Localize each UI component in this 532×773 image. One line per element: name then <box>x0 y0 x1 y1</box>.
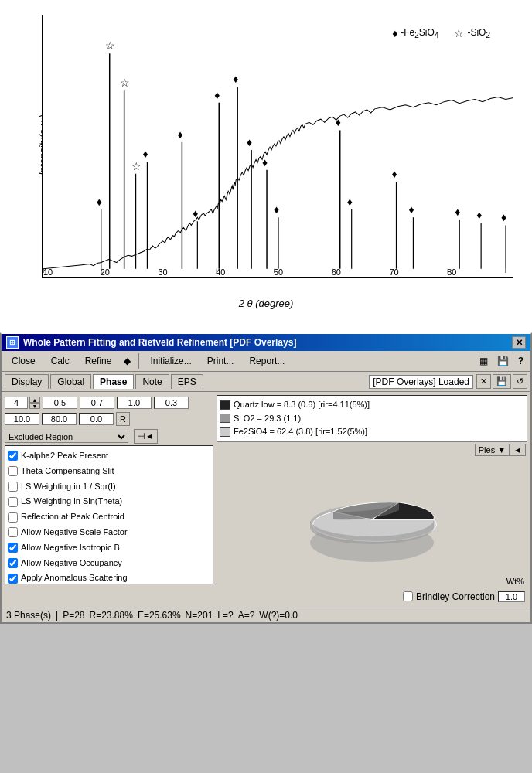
legend-quartz-text: Quartz low = 8.3 (0.6) [rir=4.11(5%)] <box>234 398 370 412</box>
svg-text:♦: ♦ <box>408 203 414 216</box>
svg-text:☆: ☆ <box>120 77 130 89</box>
checkbox-anomalous: Apply Anomalous Scattering <box>8 570 210 584</box>
checkbox-kalpha2: K-alpha2 Peak Present <box>8 448 210 464</box>
svg-text:♦: ♦ <box>455 206 460 218</box>
checkbox-theta-comp-input[interactable] <box>8 466 18 476</box>
legend-fe2sio4-text: Fe2SiO4 = 62.4 (3.8) [rir=1.52(5%)] <box>234 425 367 439</box>
status-a: A=? <box>238 610 255 621</box>
report-menu-button[interactable]: Report... <box>242 353 292 369</box>
num-input-3[interactable] <box>117 397 152 409</box>
num-input-4[interactable] <box>154 397 189 409</box>
checkbox-neg-scale-input[interactable] <box>8 527 18 537</box>
spinner-down[interactable]: ▼ <box>29 403 40 409</box>
legend-row-quartz: Quartz low = 8.3 (0.6) [rir=4.11(5%)] <box>220 398 524 412</box>
pdf-status-dropdown[interactable]: [PDF Overlays] Loaded <box>369 375 473 389</box>
svg-text:10: 10 <box>43 267 53 277</box>
tab-global[interactable]: Global <box>50 374 91 389</box>
checkbox-theta-comp: Theta Compensating Slit <box>8 464 210 479</box>
status-w: W(?)=0.0 <box>259 610 298 621</box>
svg-text:♦: ♦ <box>233 73 238 85</box>
brindley-checkbox[interactable] <box>403 591 413 601</box>
legend-fe2sio4-label: -Fe2SiO4 <box>401 27 438 39</box>
svg-text:♦: ♦ <box>336 116 341 128</box>
checkbox-theta-comp-label: Theta Compensating Slit <box>21 464 114 479</box>
svg-text:♦: ♦ <box>247 136 252 148</box>
checkbox-neg-iso-b-input[interactable] <box>8 543 18 553</box>
checkbox-list: K-alpha2 Peak Present Theta Compensating… <box>5 445 213 584</box>
num-input-2[interactable] <box>80 397 114 409</box>
print-menu-button[interactable]: Print... <box>200 353 241 369</box>
checkbox-neg-iso-b-label: Allow Negative Isotropic B <box>21 540 120 556</box>
checkbox-ls-sin: LS Weighting in Sin(Theta) <box>8 494 210 509</box>
app-icon: ⊞ <box>6 336 19 349</box>
checkbox-kalpha2-input[interactable] <box>8 451 18 461</box>
checkbox-neg-scale-label: Allow Negative Scale Factor <box>21 525 128 540</box>
status-separator: | <box>56 610 58 621</box>
status-n: N=201 <box>186 610 213 621</box>
grid-icon-button[interactable]: ▦ <box>476 353 492 369</box>
nav-prev-button[interactable]: ⊣◄ <box>134 429 158 444</box>
svg-text:20: 20 <box>101 267 110 277</box>
legend-sio2: ☆ -SiO2 <box>454 27 490 39</box>
pie-chart-svg <box>298 465 445 566</box>
svg-text:☆: ☆ <box>131 160 142 172</box>
checkbox-kalpha2-label: K-alpha2 Peak Present <box>21 448 108 464</box>
help-icon-button[interactable]: ? <box>514 353 527 369</box>
num-input-1[interactable] <box>43 397 77 409</box>
checkbox-neg-iso-b: Allow Negative Isotropic B <box>8 540 210 556</box>
refine-menu-button[interactable]: Refine <box>78 353 119 369</box>
brindley-label: Brindley Correction <box>416 591 495 602</box>
dropdown-row: Excluded Region ⊣◄ <box>5 427 213 445</box>
spinner-up[interactable]: ▲ <box>29 397 40 403</box>
status-bar: 3 Phase(s) | P=28 R=23.88% E=25.63% N=20… <box>2 608 530 622</box>
brindley-input[interactable] <box>498 591 525 602</box>
r-button[interactable]: R <box>116 412 130 426</box>
arrow-right-button[interactable]: ◄ <box>510 444 526 456</box>
svg-text:♦: ♦ <box>177 128 182 141</box>
close-menu-button[interactable]: Close <box>5 353 43 369</box>
tabs-row: Display Global Phase Note EPS [PDF Overl… <box>2 372 530 392</box>
spinner-input[interactable] <box>5 397 28 409</box>
svg-text:♦: ♦ <box>501 211 506 223</box>
svg-text:80: 80 <box>447 267 456 277</box>
title-bar: ⊞ Whole Pattern Fitting and Rietveld Ref… <box>2 334 530 351</box>
pies-button[interactable]: Pies ▼ <box>475 444 510 456</box>
save-small-button[interactable]: 💾 <box>493 374 511 389</box>
svg-text:60: 60 <box>332 267 341 277</box>
checkbox-reflection-input[interactable] <box>8 512 18 523</box>
tab-display[interactable]: Display <box>5 374 49 389</box>
legend-quartz-color <box>220 400 230 410</box>
main-content: ▲ ▼ R Excluded Region <box>2 392 530 608</box>
svg-text:♦: ♦ <box>193 207 198 220</box>
tab-eps[interactable]: EPS <box>171 374 203 389</box>
calc-menu-button[interactable]: Calc <box>44 353 77 369</box>
tab-note[interactable]: Note <box>135 374 169 389</box>
xrd-chart-section: Intensity(a.u.) ♦ -Fe2SiO4 ☆ -SiO2 <box>0 0 532 332</box>
arrow-menu-button[interactable]: ◆ <box>120 353 135 369</box>
pies-row: Pies ▼ ◄ <box>217 442 527 458</box>
checkbox-ls-sqr-label: LS Weighting in 1 / Sqr(I) <box>21 479 116 495</box>
checkbox-ls-sqr-input[interactable] <box>8 482 18 492</box>
excluded-region-dropdown[interactable]: Excluded Region <box>5 431 128 443</box>
legend-fe2sio4-color <box>220 427 230 437</box>
initialize-menu-button[interactable]: Initialize... <box>143 353 198 369</box>
checkbox-ls-sin-input[interactable] <box>8 497 18 507</box>
save-icon-button[interactable]: 💾 <box>493 353 513 369</box>
range-row: R <box>5 410 213 427</box>
refresh-button[interactable]: ↺ <box>513 374 527 389</box>
close-window-button[interactable]: ✕ <box>512 336 526 349</box>
checkbox-anomalous-input[interactable] <box>8 574 18 584</box>
svg-text:♦: ♦ <box>392 168 397 180</box>
close-x-button[interactable]: ✕ <box>476 374 491 389</box>
range-extra-input[interactable] <box>79 413 114 425</box>
svg-text:30: 30 <box>159 267 168 277</box>
range-end-input[interactable] <box>42 413 77 425</box>
chart-legend: ♦ -Fe2SiO4 ☆ -SiO2 <box>392 27 490 39</box>
checkbox-ls-sqr: LS Weighting in 1 / Sqr(I) <box>8 479 210 495</box>
range-start-input[interactable] <box>5 413 39 425</box>
tab-phase[interactable]: Phase <box>93 374 134 389</box>
spinner-arrows: ▲ ▼ <box>29 397 40 409</box>
svg-text:70: 70 <box>390 267 399 277</box>
status-e: E=25.63% <box>138 610 181 621</box>
checkbox-neg-occ-input[interactable] <box>8 558 18 568</box>
